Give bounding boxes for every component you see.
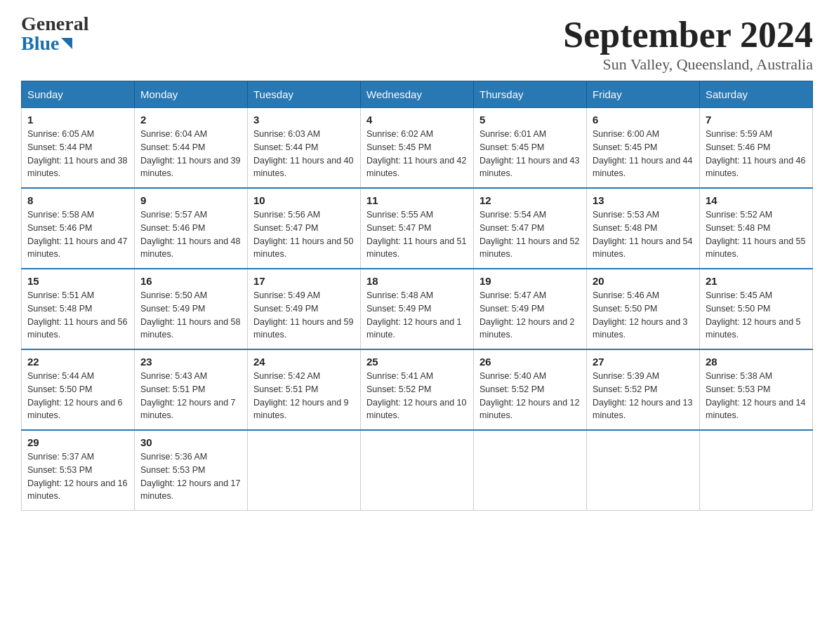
calendar-cell: 6 Sunrise: 6:00 AMSunset: 5:45 PMDayligh…: [587, 108, 700, 189]
day-info: Sunrise: 5:50 AMSunset: 5:49 PMDaylight:…: [140, 289, 241, 342]
day-number: 16: [140, 275, 241, 287]
calendar-cell: 4 Sunrise: 6:02 AMSunset: 5:45 PMDayligh…: [361, 108, 474, 189]
calendar-cell: 28 Sunrise: 5:38 AMSunset: 5:53 PMDaylig…: [700, 349, 813, 430]
day-info: Sunrise: 5:49 AMSunset: 5:49 PMDaylight:…: [253, 289, 355, 342]
day-info: Sunrise: 5:44 AMSunset: 5:50 PMDaylight:…: [27, 370, 128, 422]
calendar-cell: 11 Sunrise: 5:55 AMSunset: 5:47 PMDaylig…: [361, 188, 474, 269]
calendar-cell: 24 Sunrise: 5:42 AMSunset: 5:51 PMDaylig…: [248, 349, 361, 430]
calendar-cell: 25 Sunrise: 5:41 AMSunset: 5:52 PMDaylig…: [361, 349, 474, 430]
calendar-cell: 9 Sunrise: 5:57 AMSunset: 5:46 PMDayligh…: [135, 188, 248, 269]
day-info: Sunrise: 5:41 AMSunset: 5:52 PMDaylight:…: [366, 370, 468, 422]
day-number: 2: [140, 114, 241, 126]
day-info: Sunrise: 5:55 AMSunset: 5:47 PMDaylight:…: [366, 208, 468, 261]
day-info: Sunrise: 5:54 AMSunset: 5:47 PMDaylight:…: [479, 208, 581, 261]
calendar-cell: 5 Sunrise: 6:01 AMSunset: 5:45 PMDayligh…: [474, 108, 587, 189]
calendar-cell: 18 Sunrise: 5:48 AMSunset: 5:49 PMDaylig…: [361, 269, 474, 349]
calendar-cell: 3 Sunrise: 6:03 AMSunset: 5:44 PMDayligh…: [248, 108, 361, 189]
day-info: Sunrise: 5:40 AMSunset: 5:52 PMDaylight:…: [479, 370, 581, 422]
day-number: 29: [27, 436, 128, 448]
day-info: Sunrise: 6:02 AMSunset: 5:45 PMDaylight:…: [366, 128, 468, 180]
day-info: Sunrise: 6:05 AMSunset: 5:44 PMDaylight:…: [27, 128, 128, 180]
calendar-cell: 1 Sunrise: 6:05 AMSunset: 5:44 PMDayligh…: [22, 108, 135, 189]
day-number: 19: [479, 275, 581, 287]
day-info: Sunrise: 5:39 AMSunset: 5:52 PMDaylight:…: [593, 370, 694, 422]
day-info: Sunrise: 5:51 AMSunset: 5:48 PMDaylight:…: [27, 289, 128, 342]
day-number: 28: [706, 356, 807, 368]
day-info: Sunrise: 5:43 AMSunset: 5:51 PMDaylight:…: [140, 370, 241, 422]
calendar-header-row: SundayMondayTuesdayWednesdayThursdayFrid…: [22, 81, 813, 108]
calendar-cell: 21 Sunrise: 5:45 AMSunset: 5:50 PMDaylig…: [700, 269, 813, 349]
day-info: Sunrise: 5:37 AMSunset: 5:53 PMDaylight:…: [27, 450, 128, 503]
day-number: 20: [593, 275, 694, 287]
calendar-cell: [587, 430, 700, 511]
title-area: September 2024 Sun Valley, Queensland, A…: [563, 14, 813, 74]
day-header-sunday: Sunday: [22, 81, 135, 108]
calendar-cell: 22 Sunrise: 5:44 AMSunset: 5:50 PMDaylig…: [22, 349, 135, 430]
day-info: Sunrise: 5:58 AMSunset: 5:46 PMDaylight:…: [27, 208, 128, 261]
day-info: Sunrise: 5:48 AMSunset: 5:49 PMDaylight:…: [366, 289, 468, 342]
day-header-tuesday: Tuesday: [248, 81, 361, 108]
day-number: 26: [479, 356, 581, 368]
calendar-cell: [248, 430, 361, 511]
calendar-cell: [361, 430, 474, 511]
calendar-cell: 17 Sunrise: 5:49 AMSunset: 5:49 PMDaylig…: [248, 269, 361, 349]
calendar-cell: 29 Sunrise: 5:37 AMSunset: 5:53 PMDaylig…: [22, 430, 135, 511]
location-text: Sun Valley, Queensland, Australia: [563, 55, 813, 74]
calendar-cell: 8 Sunrise: 5:58 AMSunset: 5:46 PMDayligh…: [22, 188, 135, 269]
day-number: 9: [140, 194, 241, 206]
day-number: 17: [253, 275, 355, 287]
day-header-friday: Friday: [587, 81, 700, 108]
day-number: 4: [366, 114, 468, 126]
day-number: 1: [27, 114, 128, 126]
day-info: Sunrise: 6:04 AMSunset: 5:44 PMDaylight:…: [140, 128, 241, 180]
calendar-cell: 20 Sunrise: 5:46 AMSunset: 5:50 PMDaylig…: [587, 269, 700, 349]
day-number: 15: [27, 275, 128, 287]
day-info: Sunrise: 5:57 AMSunset: 5:46 PMDaylight:…: [140, 208, 241, 261]
day-number: 11: [366, 194, 468, 206]
calendar-cell: 27 Sunrise: 5:39 AMSunset: 5:52 PMDaylig…: [587, 349, 700, 430]
logo-general-text: General: [21, 14, 88, 34]
calendar-cell: 15 Sunrise: 5:51 AMSunset: 5:48 PMDaylig…: [22, 269, 135, 349]
day-header-thursday: Thursday: [474, 81, 587, 108]
month-title: September 2024: [563, 14, 813, 55]
day-header-saturday: Saturday: [700, 81, 813, 108]
calendar-cell: 23 Sunrise: 5:43 AMSunset: 5:51 PMDaylig…: [135, 349, 248, 430]
calendar-cell: 12 Sunrise: 5:54 AMSunset: 5:47 PMDaylig…: [474, 188, 587, 269]
day-info: Sunrise: 5:56 AMSunset: 5:47 PMDaylight:…: [253, 208, 355, 261]
page-header: General Blue September 2024 Sun Valley, …: [21, 14, 813, 74]
day-number: 5: [479, 114, 581, 126]
day-number: 3: [253, 114, 355, 126]
day-info: Sunrise: 5:47 AMSunset: 5:49 PMDaylight:…: [479, 289, 581, 342]
logo: General Blue: [21, 14, 88, 53]
calendar-cell: [700, 430, 813, 511]
day-number: 10: [253, 194, 355, 206]
calendar-week-row: 29 Sunrise: 5:37 AMSunset: 5:53 PMDaylig…: [22, 430, 813, 511]
day-info: Sunrise: 5:52 AMSunset: 5:48 PMDaylight:…: [706, 208, 807, 261]
calendar-week-row: 1 Sunrise: 6:05 AMSunset: 5:44 PMDayligh…: [22, 108, 813, 189]
day-number: 14: [706, 194, 807, 206]
day-info: Sunrise: 5:42 AMSunset: 5:51 PMDaylight:…: [253, 370, 355, 422]
day-number: 12: [479, 194, 581, 206]
calendar-cell: 16 Sunrise: 5:50 AMSunset: 5:49 PMDaylig…: [135, 269, 248, 349]
day-header-monday: Monday: [135, 81, 248, 108]
calendar-week-row: 8 Sunrise: 5:58 AMSunset: 5:46 PMDayligh…: [22, 188, 813, 269]
calendar-cell: 13 Sunrise: 5:53 AMSunset: 5:48 PMDaylig…: [587, 188, 700, 269]
day-info: Sunrise: 6:00 AMSunset: 5:45 PMDaylight:…: [593, 128, 694, 180]
day-number: 8: [27, 194, 128, 206]
calendar-cell: 26 Sunrise: 5:40 AMSunset: 5:52 PMDaylig…: [474, 349, 587, 430]
day-number: 13: [593, 194, 694, 206]
calendar-table: SundayMondayTuesdayWednesdayThursdayFrid…: [21, 81, 813, 511]
day-info: Sunrise: 5:38 AMSunset: 5:53 PMDaylight:…: [706, 370, 807, 422]
day-info: Sunrise: 5:53 AMSunset: 5:48 PMDaylight:…: [593, 208, 694, 261]
day-number: 25: [366, 356, 468, 368]
logo-triangle-icon: [61, 38, 72, 49]
day-header-wednesday: Wednesday: [361, 81, 474, 108]
calendar-cell: 19 Sunrise: 5:47 AMSunset: 5:49 PMDaylig…: [474, 269, 587, 349]
calendar-week-row: 22 Sunrise: 5:44 AMSunset: 5:50 PMDaylig…: [22, 349, 813, 430]
day-number: 18: [366, 275, 468, 287]
calendar-cell: [474, 430, 587, 511]
calendar-cell: 2 Sunrise: 6:04 AMSunset: 5:44 PMDayligh…: [135, 108, 248, 189]
day-number: 21: [706, 275, 807, 287]
day-number: 30: [140, 436, 241, 448]
calendar-cell: 10 Sunrise: 5:56 AMSunset: 5:47 PMDaylig…: [248, 188, 361, 269]
